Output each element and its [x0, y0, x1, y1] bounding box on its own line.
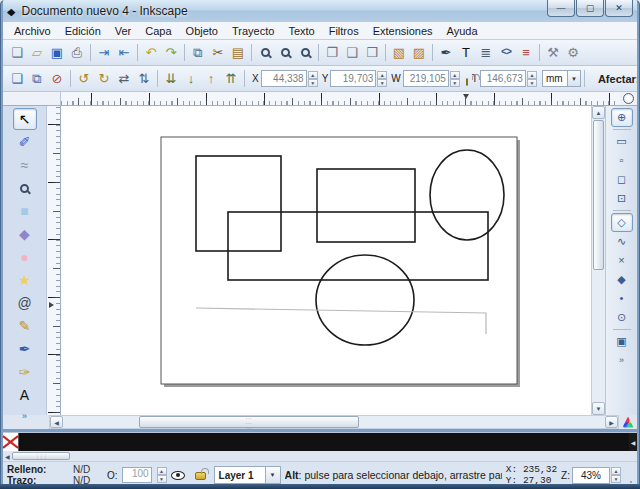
- open-document-icon[interactable]: ▱: [27, 42, 47, 63]
- flip-vertical-icon[interactable]: ⇅: [134, 68, 154, 89]
- preferences-icon[interactable]: ⚒: [543, 42, 563, 63]
- x-input[interactable]: [261, 70, 307, 87]
- snap-nodes-icon[interactable]: ◇: [611, 213, 633, 232]
- xml-editor-icon[interactable]: <>: [496, 42, 516, 63]
- x-spinner[interactable]: ▲▼: [308, 71, 318, 87]
- width-spinner[interactable]: ▲▼: [450, 71, 460, 87]
- no-color-swatch[interactable]: [3, 433, 19, 451]
- snap-bbox-icon[interactable]: ▭: [611, 132, 633, 151]
- zoom-drawing-icon[interactable]: [275, 42, 295, 63]
- text-dialog-icon[interactable]: T: [456, 42, 476, 63]
- menu-archivo[interactable]: Archivo: [7, 24, 58, 38]
- horizontal-scrollbar[interactable]: ◀ ▶: [49, 415, 619, 429]
- menu-filtros[interactable]: Filtros: [322, 24, 366, 38]
- unit-dropdown-arrow-icon[interactable]: ▼: [568, 70, 581, 87]
- ungroup-icon[interactable]: ▨: [409, 42, 429, 63]
- layer-dropdown[interactable]: Layer 1 ▼: [214, 466, 281, 484]
- select-all-layers-icon[interactable]: ⧉: [27, 68, 47, 89]
- snapbar-overflow-chevron[interactable]: »: [619, 355, 624, 365]
- raise-to-top-icon[interactable]: ⇈: [221, 68, 241, 89]
- menu-trayecto[interactable]: Trayecto: [225, 24, 281, 38]
- deselect-icon[interactable]: ⊘: [47, 68, 67, 89]
- rotate-cw-icon[interactable]: ↻: [94, 68, 114, 89]
- flip-horizontal-icon[interactable]: ⇄: [114, 68, 134, 89]
- snap-bbox-centers-icon[interactable]: ⊡: [611, 189, 633, 208]
- lower-to-bottom-icon[interactable]: ⇊: [161, 68, 181, 89]
- duplicate-icon[interactable]: ❐: [322, 42, 342, 63]
- zoom-selection-icon[interactable]: [255, 42, 275, 63]
- vertical-scrollbar[interactable]: ▲ ▼: [591, 106, 605, 415]
- lock-ratio-icon[interactable]: [466, 78, 468, 86]
- menu-capa[interactable]: Capa: [138, 24, 178, 38]
- snap-paths-icon[interactable]: ∿: [611, 232, 633, 251]
- vertical-ruler[interactable]: [47, 106, 61, 415]
- paste-icon[interactable]: ▤: [228, 42, 248, 63]
- scroll-right-icon[interactable]: ▶: [605, 416, 618, 428]
- palette-scroll-arrow-icon[interactable]: ◀: [629, 433, 637, 451]
- cms-toggle-icon[interactable]: [623, 417, 634, 428]
- menu-ver[interactable]: Ver: [108, 24, 139, 38]
- align-dialog-icon[interactable]: ≡: [516, 42, 536, 63]
- zoom-tool[interactable]: [13, 177, 37, 199]
- zoom-spinner[interactable]: ▲▼: [611, 467, 621, 483]
- maximize-button[interactable]: ▢: [576, 0, 604, 17]
- layer-dropdown-arrow-icon[interactable]: ▼: [266, 466, 281, 484]
- toolbox-overflow-chevron[interactable]: »: [22, 411, 27, 421]
- layer-lock-icon[interactable]: [195, 472, 206, 480]
- selector-tool[interactable]: ↖: [13, 108, 37, 130]
- copy-icon[interactable]: ⧉: [188, 42, 208, 63]
- opacity-spinner[interactable]: ▲▼: [157, 467, 167, 483]
- select-all-icon[interactable]: ❏: [7, 68, 27, 89]
- unlink-clone-icon[interactable]: ❒: [362, 42, 382, 63]
- pencil-tool[interactable]: ✎: [13, 315, 37, 337]
- close-button[interactable]: ✕: [605, 0, 633, 17]
- height-input[interactable]: [480, 70, 526, 87]
- spiral-tool[interactable]: @: [13, 292, 37, 314]
- snap-page-border-icon[interactable]: ▣: [611, 332, 633, 351]
- minimize-button[interactable]: —: [547, 0, 575, 17]
- palette-scroll-thumb[interactable]: ⋮⋮⋮: [12, 452, 70, 460]
- undo-icon[interactable]: ↶: [141, 42, 161, 63]
- vertical-scroll-thumb[interactable]: [593, 120, 604, 270]
- cut-icon[interactable]: ✂: [208, 42, 228, 63]
- y-spinner[interactable]: ▲▼: [377, 71, 387, 87]
- node-tool[interactable]: ✐: [13, 131, 37, 153]
- snap-bbox-edges-icon[interactable]: ▫: [611, 151, 633, 170]
- document-properties-icon[interactable]: ⚙: [563, 42, 583, 63]
- ellipse-tool[interactable]: ●: [13, 246, 37, 268]
- 3dbox-tool[interactable]: ◆: [13, 223, 37, 245]
- height-spinner[interactable]: ▲▼: [527, 71, 537, 87]
- text-tool[interactable]: A: [13, 384, 37, 406]
- lower-icon[interactable]: ↓: [181, 68, 201, 89]
- menu-extensiones[interactable]: Extensiones: [366, 24, 440, 38]
- save-document-icon[interactable]: ▣: [47, 42, 67, 63]
- export-icon[interactable]: ⇤: [114, 42, 134, 63]
- palette-scroll-left-icon[interactable]: ◀: [5, 453, 10, 460]
- bezier-pen-tool[interactable]: ✒: [13, 338, 37, 360]
- new-document-icon[interactable]: ❏: [7, 42, 27, 63]
- sticky-zoom-button[interactable]: [620, 92, 637, 106]
- rectangle-tool[interactable]: ■: [13, 200, 37, 222]
- width-input[interactable]: [403, 70, 449, 87]
- horizontal-ruler[interactable]: [61, 92, 620, 106]
- zoom-input[interactable]: 43%: [572, 467, 610, 484]
- snap-enable-icon[interactable]: ⊕: [611, 108, 633, 127]
- tweak-tool[interactable]: ≈: [13, 154, 37, 176]
- snap-intersections-icon[interactable]: ×: [611, 251, 633, 270]
- y-input[interactable]: [330, 70, 376, 87]
- zoom-page-icon[interactable]: [295, 42, 315, 63]
- horizontal-scroll-thumb[interactable]: [139, 416, 359, 428]
- create-clone-icon[interactable]: ❑: [342, 42, 362, 63]
- layer-visibility-eye-icon[interactable]: [171, 471, 185, 480]
- menu-edicion[interactable]: Edición: [58, 24, 108, 38]
- fill-stroke-dialog-icon[interactable]: ✒: [436, 42, 456, 63]
- menu-texto[interactable]: Texto: [281, 24, 321, 38]
- snap-cusp-nodes-icon[interactable]: ◆: [611, 270, 633, 289]
- menu-objeto[interactable]: Objeto: [179, 24, 225, 38]
- star-tool[interactable]: ★: [13, 269, 37, 291]
- group-icon[interactable]: ▧: [389, 42, 409, 63]
- scroll-down-icon[interactable]: ▼: [592, 402, 605, 415]
- raise-icon[interactable]: ↑: [201, 68, 221, 89]
- import-icon[interactable]: ⇥: [94, 42, 114, 63]
- print-icon[interactable]: ⎙: [67, 42, 87, 63]
